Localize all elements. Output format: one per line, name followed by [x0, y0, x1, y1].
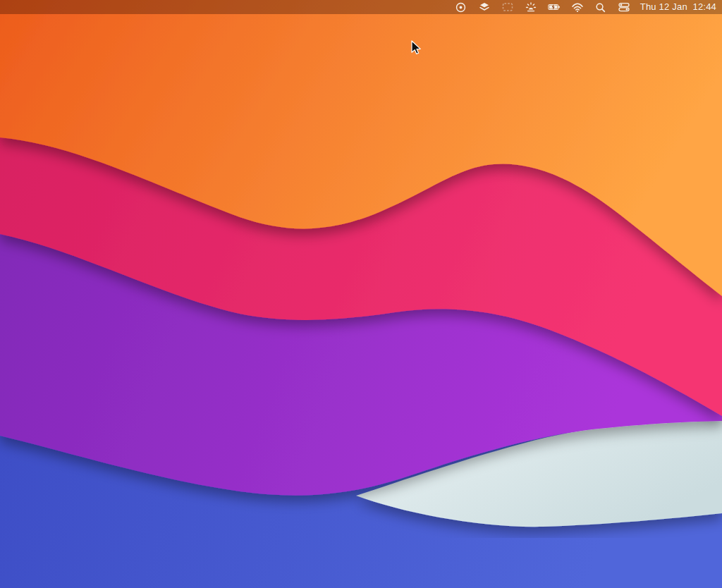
menu-bar: Thu 12 Jan 12:44 [0, 0, 722, 14]
control-center-icon[interactable] [618, 1, 630, 13]
menu-bar-status-icons [455, 1, 630, 13]
spotlight-search-icon[interactable] [594, 1, 607, 13]
circle-dot-icon[interactable] [455, 1, 467, 13]
keyboard-brightness-icon[interactable] [525, 1, 537, 13]
battery-charging-icon[interactable] [548, 1, 561, 13]
desktop-wallpaper [0, 0, 722, 588]
layers-icon[interactable] [478, 1, 491, 13]
dashed-rectangle-icon[interactable] [501, 1, 514, 13]
menu-bar-left [7, 0, 455, 14]
wifi-icon[interactable] [571, 1, 584, 13]
menu-bar-clock[interactable]: Thu 12 Jan 12:44 [640, 0, 716, 14]
